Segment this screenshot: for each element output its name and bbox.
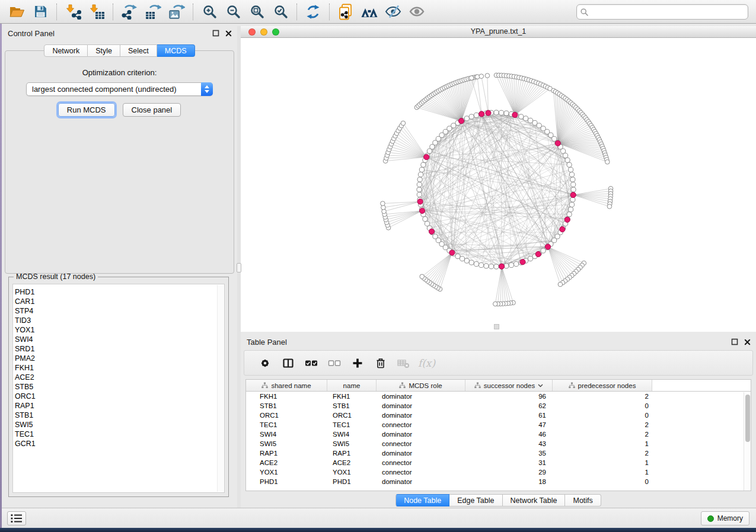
- mcds-result-item[interactable]: STP4: [13, 306, 224, 316]
- tab-node-table[interactable]: Node Table: [395, 494, 449, 507]
- close-panel-button[interactable]: Close panel: [123, 103, 181, 117]
- table-scrollbar-thumb[interactable]: [745, 395, 750, 442]
- columns-icon: [282, 357, 294, 369]
- close-panel-icon[interactable]: [744, 339, 751, 345]
- function-builder-button[interactable]: f(x): [415, 354, 438, 373]
- import-table-button[interactable]: [85, 2, 109, 22]
- table-row[interactable]: YOX1YOX1connector291: [246, 467, 751, 477]
- mcds-result-item[interactable]: SWI4: [13, 335, 224, 344]
- column-header-name[interactable]: name: [327, 380, 377, 391]
- column-header-successor-nodes[interactable]: successor nodes: [465, 380, 553, 391]
- tab-network-table[interactable]: Network Table: [503, 494, 566, 507]
- window-minimize-button[interactable]: [260, 28, 267, 36]
- mcds-result-item[interactable]: GCR1: [13, 439, 224, 448]
- zoom-selected-button[interactable]: [269, 2, 292, 22]
- export-network-button[interactable]: [117, 2, 141, 22]
- network-search-box[interactable]: [576, 4, 748, 20]
- window-close-button[interactable]: [248, 28, 256, 36]
- tab-style[interactable]: Style: [88, 44, 120, 57]
- toolbar-separator: [329, 4, 330, 20]
- mcds-result-item[interactable]: TEC1: [13, 430, 224, 439]
- float-panel-icon[interactable]: [731, 338, 738, 345]
- mcds-result-item[interactable]: FKH1: [13, 363, 224, 373]
- mcds-result-item[interactable]: ACE2: [13, 373, 224, 382]
- column-header-shared-name[interactable]: shared name: [246, 380, 327, 391]
- horizontal-splitter-grip[interactable]: [494, 324, 499, 329]
- mcds-result-item[interactable]: SRD1: [13, 344, 224, 354]
- mcds-result-item[interactable]: STB1: [13, 411, 224, 420]
- hierarchy-icon: [569, 382, 575, 389]
- table-cell: ACE2: [327, 458, 377, 467]
- mcds-result-item[interactable]: TID3: [13, 316, 224, 325]
- table-cell: 62: [465, 401, 553, 411]
- create-column-button[interactable]: [346, 354, 369, 373]
- column-header-MCDS-role[interactable]: MCDS role: [377, 380, 465, 391]
- toolbar-separator: [193, 4, 193, 20]
- mcds-result-item[interactable]: ORC1: [13, 392, 224, 401]
- mcds-result-item[interactable]: PMA2: [13, 354, 224, 363]
- export-table-icon: [145, 4, 161, 20]
- network-from-selection-button[interactable]: [334, 2, 358, 22]
- memory-label: Memory: [717, 514, 743, 523]
- mcds-result-item[interactable]: SWI5: [13, 420, 224, 430]
- table-row[interactable]: FKH1FKH1dominator962: [246, 392, 751, 401]
- zoom-out-button[interactable]: [221, 2, 245, 22]
- run-mcds-button[interactable]: Run MCDS: [58, 103, 115, 117]
- table-row[interactable]: ACE2ACE2connector311: [246, 458, 751, 467]
- float-panel-icon[interactable]: [212, 30, 219, 37]
- network-window-titlebar[interactable]: YPA_prune.txt_1: [241, 26, 756, 38]
- table-scrollbar[interactable]: [744, 392, 751, 491]
- mcds-result-item[interactable]: PHD1: [13, 287, 224, 297]
- mcds-result-item[interactable]: STB5: [13, 382, 224, 392]
- export-table-button[interactable]: [141, 2, 165, 22]
- show-graphics-details-button[interactable]: [405, 2, 429, 22]
- hide-graphics-details-button[interactable]: [381, 2, 405, 22]
- save-session-button[interactable]: [28, 2, 52, 22]
- network-canvas[interactable]: [241, 38, 756, 331]
- mcds-result-item[interactable]: CAR1: [13, 297, 224, 306]
- table-row[interactable]: RAP1RAP1dominator352: [246, 448, 751, 458]
- table-options-button[interactable]: [253, 354, 276, 373]
- column-header-predecessor-nodes[interactable]: predecessor nodes: [553, 380, 652, 391]
- close-panel-icon[interactable]: [225, 30, 232, 37]
- optimization-criterion-select[interactable]: largest connected component (undirected): [26, 82, 213, 96]
- tab-motifs[interactable]: Motifs: [565, 494, 601, 507]
- table-row[interactable]: SWI5SWI5connector431: [246, 439, 751, 448]
- vertical-splitter-grip[interactable]: [237, 263, 241, 273]
- table-row[interactable]: TEC1TEC1connector472: [246, 420, 751, 430]
- table-row[interactable]: STB1STB1dominator620: [246, 401, 751, 411]
- tab-mcds[interactable]: MCDS: [157, 44, 195, 57]
- table-cell: TEC1: [327, 420, 377, 430]
- open-session-button[interactable]: [5, 2, 28, 22]
- select-all-button[interactable]: [299, 354, 323, 373]
- memory-button[interactable]: Memory: [701, 511, 749, 525]
- search-input[interactable]: [591, 8, 744, 17]
- select-stepper[interactable]: [201, 82, 213, 96]
- table-cell: YOX1: [246, 467, 327, 477]
- refresh-view-button[interactable]: [301, 2, 325, 22]
- zoom-fit-button[interactable]: [245, 2, 269, 22]
- export-image-button[interactable]: [165, 2, 189, 22]
- mcds-list-scrollbar[interactable]: [217, 285, 224, 492]
- mcds-result-item[interactable]: YOX1: [13, 325, 224, 335]
- tab-edge-table[interactable]: Edge Table: [449, 494, 502, 507]
- window-maximize-button[interactable]: [272, 28, 279, 36]
- eye-icon: [409, 5, 425, 18]
- mcds-result-item[interactable]: RAP1: [13, 401, 224, 411]
- import-network-button[interactable]: [61, 2, 85, 22]
- stepper-up-icon: [205, 85, 209, 88]
- deselect-all-button[interactable]: [323, 354, 346, 373]
- mcds-result-list[interactable]: PHD1CAR1STP4TID3YOX1SWI4SRD1PMA2FKH1ACE2…: [12, 284, 225, 493]
- table-row[interactable]: PHD1PHD1dominator180: [246, 477, 751, 486]
- control-panel-title: Control Panel: [8, 29, 55, 38]
- zoom-in-button[interactable]: [197, 2, 221, 22]
- show-columns-button[interactable]: [276, 354, 299, 373]
- tab-select[interactable]: Select: [120, 44, 157, 57]
- task-history-button[interactable]: [7, 511, 26, 525]
- search-network-button[interactable]: [358, 2, 381, 22]
- delete-column-button[interactable]: [369, 354, 392, 373]
- table-row[interactable]: ORC1ORC1dominator610: [246, 411, 751, 420]
- tab-network[interactable]: Network: [44, 44, 88, 57]
- delete-table-button[interactable]: [392, 354, 415, 373]
- table-row[interactable]: SWI4SWI4dominator462: [246, 430, 751, 439]
